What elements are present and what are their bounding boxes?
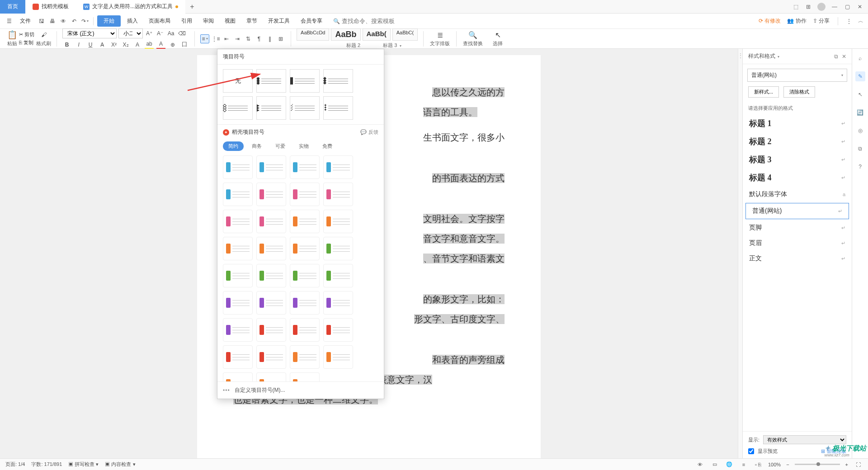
zoom-slider[interactable] xyxy=(795,464,840,465)
command-search[interactable]: 🔍 xyxy=(333,18,405,24)
tab-settings-icon[interactable]: ¶ xyxy=(255,34,264,43)
show-filter-select[interactable]: 有效样式 xyxy=(763,435,846,444)
docer-bullet-21[interactable] xyxy=(256,291,286,315)
indent-icon[interactable]: ⇥ xyxy=(233,34,242,43)
layout-icon[interactable]: ⬚ xyxy=(792,3,799,10)
page-indicator[interactable]: 页面: 1/4 xyxy=(5,461,25,468)
line-spacing-icon[interactable]: ‖ xyxy=(265,34,274,43)
style-preview-3[interactable]: AaBb( xyxy=(363,28,391,41)
more-icon[interactable]: ⋮ xyxy=(846,18,852,24)
bullet-diamond[interactable] xyxy=(323,69,353,93)
new-style-button[interactable]: 新样式... xyxy=(748,86,779,98)
copy-button[interactable]: ⎘ 复制 xyxy=(19,39,34,46)
docer-bullet-13[interactable] xyxy=(256,237,286,260)
maximize-button[interactable]: ▢ xyxy=(844,3,851,10)
style-preview-2[interactable]: AaBb xyxy=(331,28,360,41)
phonetic-icon[interactable]: ⊕ xyxy=(168,40,177,49)
docer-tab-0[interactable]: 简约 xyxy=(223,141,244,151)
docer-bullet-11[interactable] xyxy=(323,210,353,233)
style-preview-4[interactable]: AaBbC( xyxy=(392,28,418,41)
char-border-icon[interactable]: 囗 xyxy=(180,40,189,49)
style-item-5[interactable]: 普通(网站)↵ xyxy=(745,203,849,219)
docer-tab-4[interactable]: 免费 xyxy=(317,141,338,151)
font-family-select[interactable]: 宋体 (正文) xyxy=(62,28,117,38)
view-eye-icon[interactable]: 👁 xyxy=(696,460,705,469)
docer-tab-3[interactable]: 实物 xyxy=(293,141,314,151)
docer-bullet-10[interactable] xyxy=(290,210,320,233)
bullet-triangle[interactable] xyxy=(256,96,286,120)
menu-member[interactable]: 会员专享 xyxy=(296,15,327,27)
docer-bullet-16[interactable] xyxy=(223,264,253,287)
style-item-2[interactable]: 标题 3↵ xyxy=(743,150,852,169)
zoom-out-icon[interactable]: − xyxy=(786,462,789,467)
docer-bullet-27[interactable] xyxy=(323,318,353,342)
style-item-3[interactable]: 标题 4↵ xyxy=(743,169,852,187)
strip-search-icon[interactable]: ⌕ xyxy=(855,53,865,63)
strip-styles-icon[interactable]: ✎ xyxy=(855,71,865,81)
minimize-button[interactable]: — xyxy=(831,3,838,10)
collab-button[interactable]: 👥 协作 xyxy=(787,17,806,25)
text-layout-button[interactable]: ≣文字排版 xyxy=(426,31,453,47)
docer-bullet-24[interactable] xyxy=(223,318,253,342)
style-item-4[interactable]: 默认段落字体a xyxy=(743,187,852,202)
show-marks-icon[interactable]: ⊞ xyxy=(276,34,285,43)
font-effects-icon[interactable]: A xyxy=(133,40,142,49)
bullet-list-icon[interactable]: ≡▾ xyxy=(200,34,209,43)
pending-changes[interactable]: ⟳ 有修改 xyxy=(759,17,781,25)
docer-bullet-7[interactable] xyxy=(323,183,353,206)
docer-bullet-19[interactable] xyxy=(323,264,353,287)
menu-start[interactable]: 开始 xyxy=(97,15,121,27)
bullet-star[interactable] xyxy=(323,96,353,120)
outdent-icon[interactable]: ⇤ xyxy=(222,34,231,43)
sort-icon[interactable]: ⇅ xyxy=(244,34,253,43)
feedback-link[interactable]: 💬 反馈 xyxy=(360,129,378,136)
grow-font-icon[interactable]: A⁺ xyxy=(145,29,154,38)
view-web-icon[interactable]: 🌐 xyxy=(725,460,734,469)
find-replace-button[interactable]: 🔍查找替换 xyxy=(459,31,486,47)
word-count[interactable]: 字数: 171/891 xyxy=(31,461,62,468)
tab-document[interactable]: W 文字是人类用符...远的方式和工具 xyxy=(76,0,185,14)
change-case-icon[interactable]: Aa xyxy=(166,29,175,38)
strip-help-icon[interactable]: ? xyxy=(855,162,865,172)
number-list-icon[interactable]: ⋮≡ xyxy=(211,34,220,43)
menu-insert[interactable]: 插入 xyxy=(123,15,142,27)
italic-icon[interactable]: I xyxy=(74,40,83,49)
docer-bullet-15[interactable] xyxy=(323,237,353,260)
view-outline-icon[interactable]: ≡ xyxy=(739,460,748,469)
search-input[interactable] xyxy=(342,18,405,24)
spell-check[interactable]: ▣ 拼写检查 ▾ xyxy=(68,461,99,468)
print-icon[interactable]: 🖶 xyxy=(48,17,57,26)
clear-format-icon[interactable]: ⌫ xyxy=(177,29,186,38)
redo-icon[interactable]: ↷▾ xyxy=(80,17,90,26)
subscript-icon[interactable]: X₂ xyxy=(121,40,130,49)
docer-bullet-33[interactable] xyxy=(256,372,286,381)
apps-icon[interactable]: ⊞ xyxy=(805,3,812,10)
docer-bullet-29[interactable] xyxy=(256,345,286,369)
current-style-select[interactable]: 普通(网站)▾ xyxy=(747,69,847,82)
content-check[interactable]: ▣ 内容检查 ▾ xyxy=(105,461,135,468)
docer-bullet-32[interactable] xyxy=(223,372,253,381)
menu-view[interactable]: 视图 xyxy=(220,15,240,27)
undo-icon[interactable]: ↶ xyxy=(70,17,79,26)
new-tab-button[interactable]: + xyxy=(185,3,199,11)
style-item-0[interactable]: 标题 1↵ xyxy=(743,114,852,132)
bullet-disc[interactable] xyxy=(256,69,286,93)
select-button[interactable]: ↖选择 xyxy=(489,31,506,47)
menu-devtools[interactable]: 开发工具 xyxy=(264,15,294,27)
docer-bullet-17[interactable] xyxy=(256,264,286,287)
cut-button[interactable]: ✂ 剪切 xyxy=(19,31,34,38)
style-preview-1[interactable]: AaBbCcDd xyxy=(297,28,329,41)
style-item-7[interactable]: 页眉↵ xyxy=(743,235,852,251)
font-color-icon[interactable]: A xyxy=(156,40,165,49)
bullet-check[interactable] xyxy=(290,96,320,120)
docer-bullet-34[interactable] xyxy=(290,372,320,381)
strip-anchor-icon[interactable]: ◎ xyxy=(855,126,865,136)
panel-divider[interactable]: ⋮ xyxy=(738,49,742,458)
bullet-none[interactable]: 无 xyxy=(223,69,253,93)
docer-bullet-18[interactable] xyxy=(290,264,320,287)
panel-close-icon[interactable]: ✕ xyxy=(842,53,846,60)
docer-bullet-23[interactable] xyxy=(323,291,353,315)
menu-references[interactable]: 引用 xyxy=(177,15,197,27)
fullscreen-icon[interactable]: ⛶ xyxy=(854,460,863,469)
save-icon[interactable]: 🖫 xyxy=(37,17,46,26)
